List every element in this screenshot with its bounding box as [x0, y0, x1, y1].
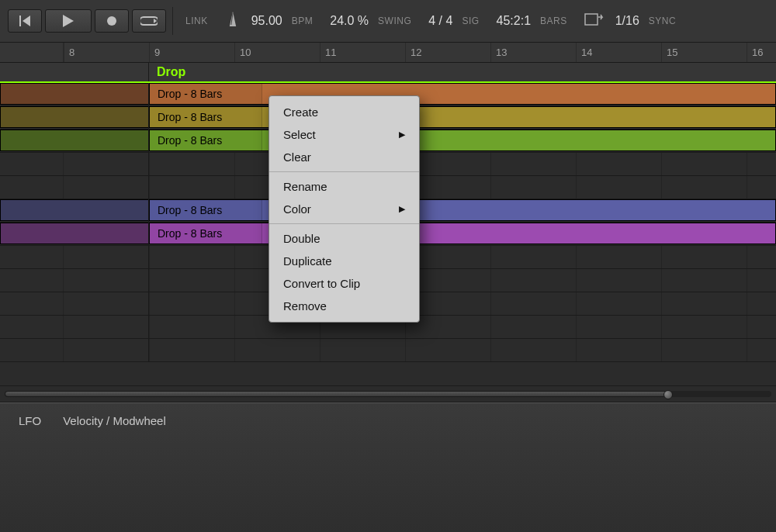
ruler-mark[interactable]: 16 — [747, 43, 776, 62]
clip[interactable]: Drop - 8 Bars — [149, 83, 776, 105]
track-gutter — [0, 130, 149, 152]
tempo-value[interactable]: 95.00 — [251, 14, 282, 28]
clip-label: Drop - 8 Bars — [150, 130, 262, 150]
timesig-value[interactable]: 4 / 4 — [428, 14, 452, 28]
track-gutter — [0, 83, 149, 105]
track-gutter — [0, 339, 149, 361]
sig-label: SIG — [462, 16, 479, 26]
ruler-gutter — [0, 43, 64, 62]
scrollbar-handle[interactable] — [663, 390, 673, 399]
play-icon — [63, 15, 74, 27]
track-lane[interactable]: Drop - 8 Bars — [149, 83, 776, 105]
play-button[interactable] — [45, 9, 92, 33]
arrangement-section-header[interactable]: Drop — [0, 63, 776, 83]
loop-icon — [140, 16, 158, 26]
rewind-button[interactable] — [8, 9, 42, 33]
menu-separator — [269, 171, 419, 172]
clip[interactable]: Drop - 8 Bars — [149, 199, 776, 221]
clip-label: Drop - 8 Bars — [150, 200, 262, 220]
bpm-label: BPM — [292, 16, 314, 26]
track-lane[interactable] — [149, 176, 776, 199]
menu-item-double[interactable]: Double — [269, 227, 419, 250]
track-lane[interactable]: Drop - 8 Bars — [149, 130, 776, 152]
menu-item-label: Create — [283, 105, 318, 119]
svg-rect-1 — [585, 14, 598, 25]
track-gutter — [0, 223, 149, 245]
track-lane[interactable] — [149, 316, 776, 338]
track-lane[interactable]: Drop - 8 Bars — [149, 106, 776, 129]
horizontal-scrollbar[interactable] — [0, 385, 776, 402]
clip[interactable]: Drop - 8 Bars — [149, 106, 776, 128]
menu-item-label: Select — [283, 128, 316, 141]
ruler-mark[interactable]: 15 — [661, 43, 747, 62]
menu-item-label: Convert to Clip — [283, 277, 360, 290]
track-lane[interactable] — [149, 153, 776, 175]
section-label[interactable]: Drop — [149, 63, 185, 81]
submenu-arrow-icon: ▶ — [399, 204, 405, 214]
clip-label: Drop - 8 Bars — [150, 223, 262, 244]
track-lane[interactable] — [149, 292, 776, 315]
transport-toolbar: LINK 95.00 BPM 24.0 % SWING 4 / 4 SIG 45… — [0, 0, 776, 43]
ruler-mark[interactable]: 10 — [234, 43, 320, 62]
track-lane[interactable] — [149, 269, 776, 292]
tab-velocity-modwheel[interactable]: Velocity / Modwheel — [63, 414, 166, 427]
menu-item-rename[interactable]: Rename — [269, 175, 419, 198]
track-gutter — [0, 292, 149, 315]
bottom-editor-panel: LFO Velocity / Modwheel — [0, 402, 776, 532]
menu-item-select[interactable]: Select▶ — [269, 123, 419, 146]
ruler-mark[interactable]: 12 — [405, 43, 490, 62]
scrollbar-thumb[interactable] — [5, 391, 672, 397]
menu-item-remove[interactable]: Remove — [269, 295, 419, 317]
menu-item-label: Double — [283, 232, 320, 245]
link-button[interactable]: LINK — [185, 16, 208, 26]
track-lane[interactable]: Drop - 8 Bars — [149, 223, 776, 245]
ruler-mark[interactable]: 13 — [490, 43, 576, 62]
empty-track-row[interactable] — [0, 339, 776, 362]
grid-value[interactable]: 1/16 — [615, 14, 639, 28]
menu-item-clear[interactable]: Clear — [269, 146, 419, 168]
ruler-mark[interactable]: 8 — [64, 43, 149, 62]
track-gutter — [0, 246, 149, 268]
menu-item-duplicate[interactable]: Duplicate — [269, 250, 419, 272]
track-lane[interactable] — [149, 246, 776, 268]
metronome-icon[interactable] — [227, 11, 238, 31]
ruler-mark[interactable]: 14 — [576, 43, 661, 62]
track-gutter — [0, 199, 149, 222]
follow-icon[interactable] — [584, 13, 605, 29]
scrollbar-track[interactable] — [5, 391, 771, 397]
clip-label: Drop - 8 Bars — [150, 107, 262, 127]
track-gutter — [0, 176, 149, 199]
submenu-arrow-icon: ▶ — [399, 130, 405, 140]
ruler-mark[interactable]: 11 — [320, 43, 405, 62]
menu-item-label: Color — [283, 202, 311, 216]
menu-item-convert-to-clip[interactable]: Convert to Clip — [269, 272, 419, 295]
menu-item-create[interactable]: Create — [269, 101, 419, 123]
clip[interactable]: Drop - 8 Bars — [149, 130, 776, 151]
menu-item-label: Remove — [283, 299, 327, 313]
track-lane[interactable]: Drop - 8 Bars — [149, 199, 776, 222]
swing-label: SWING — [378, 16, 411, 26]
loop-button[interactable] — [132, 9, 166, 33]
rewind-icon — [18, 16, 32, 26]
tab-lfo[interactable]: LFO — [19, 414, 41, 427]
ruler-mark[interactable]: 9 — [149, 43, 234, 62]
timeline-ruler[interactable]: 8910111213141516 — [0, 43, 776, 63]
sync-label[interactable]: SYNC — [649, 16, 676, 26]
track-gutter — [0, 153, 149, 175]
swing-value[interactable]: 24.0 % — [330, 14, 369, 28]
bars-label: BARS — [540, 16, 567, 26]
svg-point-0 — [107, 16, 116, 26]
track-lane[interactable] — [149, 339, 776, 361]
menu-item-color[interactable]: Color▶ — [269, 198, 419, 220]
track-gutter — [0, 316, 149, 338]
toolbar-separator — [172, 7, 173, 35]
menu-item-label: Duplicate — [283, 254, 332, 268]
track-gutter — [0, 106, 149, 129]
menu-item-label: Rename — [283, 180, 327, 193]
record-button[interactable] — [95, 9, 129, 33]
clip-label: Drop - 8 Bars — [150, 84, 262, 104]
clip[interactable]: Drop - 8 Bars — [149, 223, 776, 244]
track-gutter — [0, 269, 149, 292]
position-value[interactable]: 45:2:1 — [497, 14, 531, 28]
section-gutter — [0, 63, 149, 81]
